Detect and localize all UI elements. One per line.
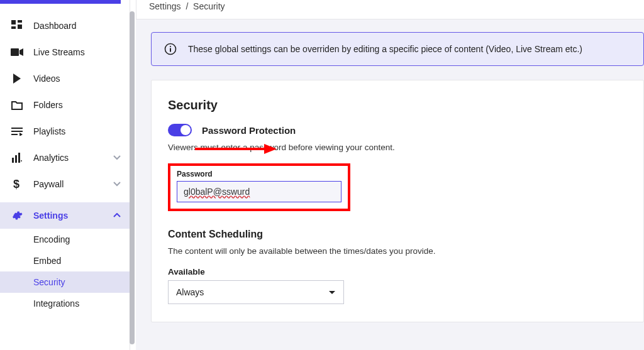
password-value: gl0balP@sswurd bbox=[184, 187, 250, 197]
breadcrumb: Settings / Security bbox=[136, 0, 644, 19]
security-panel: Security Password Protection Viewers mus… bbox=[151, 80, 644, 322]
scrollbar[interactable] bbox=[130, 11, 135, 344]
svg-rect-8 bbox=[12, 158, 14, 163]
svg-rect-3 bbox=[11, 26, 16, 29]
password-protection-toggle[interactable] bbox=[168, 124, 192, 136]
sidebar-item-analytics[interactable]: Analytics bbox=[0, 145, 130, 171]
svg-rect-10 bbox=[18, 153, 20, 163]
main-content: Settings / Security These global setting… bbox=[136, 0, 644, 350]
sidebar-item-folders[interactable]: Folders bbox=[0, 92, 130, 118]
gear-icon bbox=[11, 209, 23, 222]
available-label: Available bbox=[168, 267, 627, 276]
sidebar-item-label: Settings bbox=[33, 211, 68, 221]
camera-icon bbox=[11, 46, 23, 58]
sidebar-item-label: Dashboard bbox=[33, 21, 77, 31]
password-field-highlight: Password gl0balP@sswurd bbox=[168, 163, 350, 211]
sidebar: Dashboard Live Streams Videos Folders Pl… bbox=[0, 0, 130, 350]
password-protection-label: Password Protection bbox=[202, 125, 296, 136]
caret-down-icon bbox=[328, 290, 336, 295]
svg-text:$: $ bbox=[13, 178, 19, 190]
sidebar-item-label: Paywall bbox=[33, 179, 64, 189]
svg-rect-15 bbox=[170, 48, 171, 52]
dollar-icon: $ bbox=[11, 178, 23, 190]
sidebar-item-label: Live Streams bbox=[33, 47, 85, 57]
svg-rect-2 bbox=[18, 25, 22, 29]
folder-icon bbox=[11, 99, 23, 111]
info-icon bbox=[164, 43, 177, 55]
breadcrumb-current: Security bbox=[193, 1, 225, 11]
svg-point-14 bbox=[170, 46, 171, 47]
sidebar-item-label: Analytics bbox=[33, 153, 69, 163]
sidebar-item-label: Folders bbox=[33, 100, 63, 110]
scheduling-helper: The content will only be available betwe… bbox=[168, 246, 627, 256]
sidebar-item-label: Videos bbox=[33, 74, 60, 84]
sidebar-item-playlists[interactable]: Playlists bbox=[0, 118, 130, 145]
sidebar-item-paywall[interactable]: $ Paywall bbox=[0, 171, 130, 197]
svg-rect-1 bbox=[18, 20, 22, 23]
sidebar-subitem-embed[interactable]: Embed bbox=[0, 250, 130, 271]
password-field-label: Password bbox=[177, 170, 341, 178]
available-select[interactable]: Always bbox=[168, 280, 344, 304]
svg-point-11 bbox=[21, 160, 22, 161]
chevron-down-icon bbox=[113, 182, 121, 187]
svg-rect-0 bbox=[11, 20, 16, 25]
password-helper: Viewers must enter a password before vie… bbox=[168, 143, 627, 152]
chevron-down-icon bbox=[113, 155, 121, 160]
available-value: Always bbox=[176, 287, 204, 297]
password-input[interactable]: gl0balP@sswurd bbox=[177, 181, 341, 202]
sidebar-subitem-encoding[interactable]: Encoding bbox=[0, 229, 130, 250]
breadcrumb-sep: / bbox=[186, 1, 188, 11]
playlist-icon bbox=[11, 125, 23, 138]
sidebar-subitem-integrations[interactable]: Integrations bbox=[0, 293, 130, 314]
content-scheduling-heading: Content Scheduling bbox=[168, 229, 627, 240]
sidebar-subitem-security[interactable]: Security bbox=[0, 271, 130, 293]
breadcrumb-parent[interactable]: Settings bbox=[149, 1, 181, 11]
toggle-knob bbox=[180, 125, 191, 135]
analytics-icon bbox=[11, 151, 23, 164]
dashboard-icon bbox=[11, 19, 23, 32]
play-icon bbox=[11, 72, 23, 85]
chevron-up-icon bbox=[113, 213, 121, 218]
logo-accent-bar bbox=[0, 0, 121, 4]
info-banner: These global settings can be overriden b… bbox=[151, 32, 644, 66]
sidebar-item-live-streams[interactable]: Live Streams bbox=[0, 39, 130, 65]
sidebar-item-dashboard[interactable]: Dashboard bbox=[0, 13, 130, 39]
svg-rect-9 bbox=[15, 155, 17, 163]
security-heading: Security bbox=[168, 98, 627, 112]
sidebar-item-settings[interactable]: Settings bbox=[0, 202, 130, 229]
info-banner-text: These global settings can be overriden b… bbox=[188, 44, 582, 54]
svg-rect-4 bbox=[11, 48, 19, 56]
sidebar-item-label: Playlists bbox=[33, 126, 65, 136]
sidebar-item-videos[interactable]: Videos bbox=[0, 65, 130, 92]
